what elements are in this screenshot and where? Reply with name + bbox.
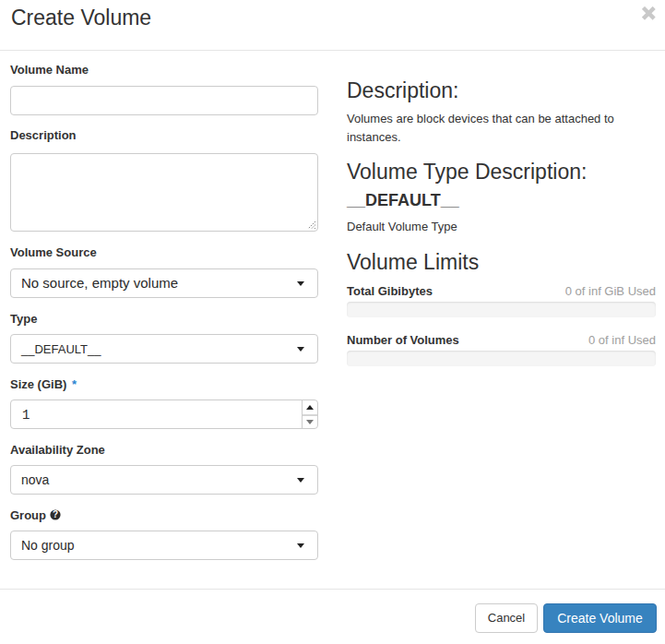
svg-text:?: ? [53,509,58,519]
